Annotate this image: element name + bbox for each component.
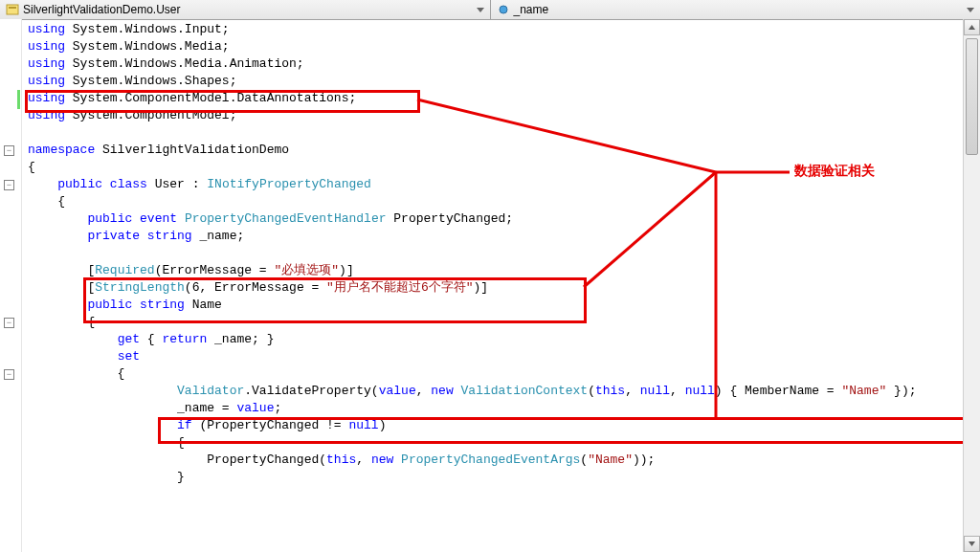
class-icon [6,3,19,16]
fold-toggle[interactable]: − [4,369,14,380]
svg-marker-7 [969,25,975,30]
field-icon [497,3,510,16]
navigation-bar: SilverlightValidationDemo.User _name [0,0,980,20]
svg-rect-0 [7,5,18,14]
class-dropdown-text: SilverlightValidationDemo.User [23,3,181,16]
scroll-down-button[interactable] [964,536,980,552]
fold-toggle[interactable]: − [4,145,14,156]
scroll-up-button[interactable] [964,19,980,35]
member-dropdown-text: _name [514,3,549,16]
svg-rect-1 [9,7,16,9]
fold-toggle[interactable]: − [4,318,14,328]
code-text: using System.Windows.Input; using System… [22,19,980,552]
svg-marker-8 [969,541,975,546]
class-dropdown[interactable]: SilverlightValidationDemo.User [0,0,491,19]
member-dropdown[interactable]: _name [491,0,981,19]
chevron-down-icon [477,8,484,12]
svg-point-2 [500,6,507,13]
chevron-down-icon [967,8,974,12]
gutter: − − − − [0,19,22,552]
scroll-thumb[interactable] [966,38,978,155]
vertical-scrollbar[interactable] [963,19,980,552]
code-editor[interactable]: − − − − using System.Windows.Input; usin… [0,19,980,552]
change-indicator [17,90,20,109]
annotation-label: 数据验证相关 [794,163,875,180]
fold-toggle[interactable]: − [4,180,14,190]
